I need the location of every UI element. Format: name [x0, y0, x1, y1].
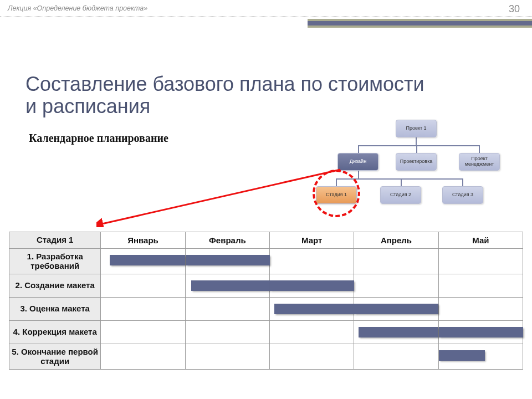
org-node-projecting: Проектировка	[396, 153, 437, 171]
title-line-1: Составление базового плана по стоимости	[25, 73, 424, 95]
gantt-header-row: Стадия 1 Январь Февраль Март Апрель Май	[9, 232, 523, 249]
org-node-root: Проект 1	[396, 120, 437, 137]
gantt-bar	[439, 350, 485, 361]
gantt-month-apr: Апрель	[354, 232, 438, 249]
svg-line-0	[102, 170, 340, 224]
gantt-row: 4. Коррекция макета	[9, 321, 523, 344]
org-node-pm: Проект менеджмент	[459, 153, 500, 171]
gantt-month-feb: Февраль	[185, 232, 269, 249]
org-node-stage3: Стадия 3	[442, 186, 483, 204]
gantt-row: 2. Создание макета	[9, 274, 523, 298]
gantt-bar	[439, 327, 523, 337]
title-line-2: и расписания	[25, 95, 150, 117]
gantt-corner: Стадия 1	[9, 232, 101, 249]
gantt-row: 5. Окончание первой стадии	[9, 344, 523, 370]
gantt-bar	[359, 327, 438, 337]
callout-arrow	[96, 166, 349, 227]
gantt-bar	[191, 280, 269, 291]
slide-title: Составление базового плана по стоимости …	[25, 73, 424, 118]
section-subtitle: Календарное планирование	[29, 132, 168, 145]
gantt-task-label: 4. Коррекция макета	[9, 321, 101, 344]
gantt-bar	[110, 255, 186, 265]
gantt-task-label: 2. Создание макета	[9, 274, 101, 298]
slide-header: Лекция «Определение бюджета проекта» 30	[0, 0, 532, 17]
decorative-band	[0, 19, 532, 45]
org-node-stage2: Стадия 2	[380, 186, 421, 204]
gantt-bar	[186, 255, 270, 265]
gantt-task-label: 1. Разработка требований	[9, 249, 101, 274]
gantt-bar	[274, 304, 354, 314]
gantt-task-label: 3. Оценка макета	[9, 298, 101, 321]
gantt-task-label: 5. Окончание первой стадии	[9, 344, 101, 370]
gantt-bar	[354, 304, 438, 314]
gantt-bar	[270, 280, 354, 291]
gantt-month-may: Май	[438, 232, 523, 249]
gantt-row: 1. Разработка требований	[9, 249, 523, 274]
page-number: 30	[509, 3, 520, 15]
gantt-month-mar: Март	[270, 232, 354, 249]
gantt-table: Стадия 1 Январь Февраль Март Апрель Май …	[9, 232, 523, 370]
gantt-row: 3. Оценка макета	[9, 298, 523, 321]
gantt-month-jan: Январь	[101, 232, 185, 249]
lecture-title: Лекция «Определение бюджета проекта»	[8, 4, 147, 12]
